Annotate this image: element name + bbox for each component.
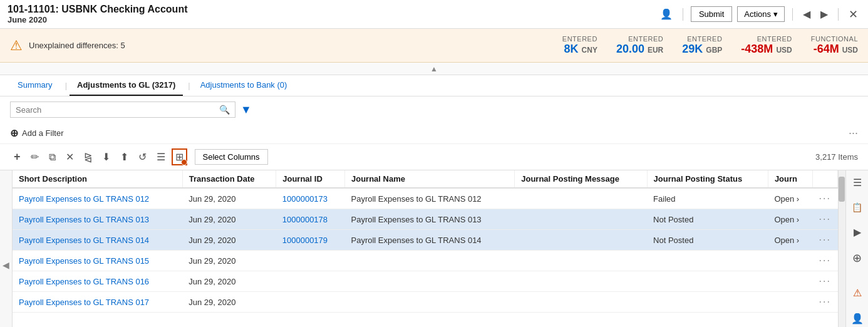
grid-indicator [181, 159, 187, 165]
user-profile-button[interactable]: 👤 [658, 7, 675, 21]
cell-desc[interactable]: Payroll Expenses to GL TRANS 012 [13, 188, 182, 209]
tabs: Summary | Adjustments to GL (3217) | Adj… [0, 75, 868, 96]
page-subtitle: June 2020 [8, 15, 188, 24]
main-table: Short Description Transaction Date Journ… [13, 170, 838, 313]
table-body: Payroll Expenses to GL TRANS 012Jun 29, … [13, 188, 838, 313]
cell-row-menu[interactable]: ··· [813, 188, 838, 209]
table-row: Payroll Expenses to GL TRANS 016Jun 29, … [13, 271, 838, 292]
stat-usd-entered-label: ENTERED [741, 35, 792, 43]
separator-2 [792, 8, 793, 21]
cell-posting-status: Not Posted [647, 230, 768, 251]
export-button[interactable]: ⬆ [116, 148, 132, 165]
cell-date: Jun 29, 2020 [182, 271, 276, 292]
col-journal-posting-status: Journal Posting Status [647, 170, 768, 188]
warning-text: Unexplained differences: 5 [29, 41, 125, 50]
cell-posting-status [647, 251, 768, 271]
tab-adjustments-bank[interactable]: Adjustments to Bank (0) [193, 75, 295, 96]
cell-journal-id[interactable]: 1000000178 [276, 209, 345, 230]
cell-desc[interactable]: Payroll Expenses to GL TRANS 016 [13, 271, 182, 292]
sidebar-alert-button[interactable]: ⚠ [849, 284, 866, 301]
stat-gbp: ENTERED 29K GBP [682, 35, 722, 56]
table-row: Payroll Expenses to GL TRANS 015Jun 29, … [13, 251, 838, 271]
filter-icon[interactable]: ▼ [240, 103, 252, 117]
col-transaction-date: Transaction Date [182, 170, 276, 188]
submit-button[interactable]: Submit [691, 6, 732, 22]
cell-desc[interactable]: Payroll Expenses to GL TRANS 015 [13, 251, 182, 271]
cell-row-menu[interactable]: ··· [813, 292, 838, 313]
cell-row-menu[interactable]: ··· [813, 209, 838, 230]
edit-button[interactable]: ✏ [27, 148, 43, 165]
stat-cny-label: ENTERED [562, 35, 597, 43]
grid-view-button[interactable]: ⊞ [172, 148, 187, 165]
match-button[interactable]: ⧎ [80, 148, 96, 165]
cell-journal-name: Payroll Expenses to GL TRANS 012 [345, 188, 515, 209]
cell-journal-name: Payroll Expenses to GL TRANS 014 [345, 230, 515, 251]
tab-adjustments-gl[interactable]: Adjustments to GL (3217) [70, 75, 183, 96]
stat-cny: ENTERED 8K CNY [562, 35, 597, 56]
cell-row-menu[interactable]: ··· [813, 271, 838, 292]
collapse-bar[interactable]: ▲ [0, 63, 868, 75]
left-collapse-panel[interactable]: ◀ [0, 170, 13, 327]
cell-journal-id[interactable]: 1000000173 [276, 188, 345, 209]
header-right: 👤 Submit Actions ▾ ◀ ▶ ✕ [658, 6, 860, 23]
cell-journal-id [276, 271, 345, 292]
select-columns-button[interactable]: Select Columns [195, 149, 268, 165]
cell-journal-id[interactable]: 1000000179 [276, 230, 345, 251]
close-button[interactable]: ✕ [846, 6, 860, 23]
match-icon: ⧎ [84, 151, 92, 163]
copy-icon: ⧉ [49, 152, 56, 163]
import-button[interactable]: ⬇ [98, 148, 114, 165]
stat-gbp-label: ENTERED [682, 35, 722, 43]
delete-button[interactable]: ✕ [62, 148, 78, 165]
cell-posting-status: Failed [647, 188, 768, 209]
actions-chevron-icon: ▾ [773, 9, 778, 19]
cell-desc[interactable]: Payroll Expenses to GL TRANS 013 [13, 209, 182, 230]
actions-label: Actions [744, 9, 771, 19]
sidebar-user-button[interactable]: 👤 [849, 310, 866, 327]
table-header-row: Short Description Transaction Date Journ… [13, 170, 838, 188]
cell-journ: Open › [768, 188, 812, 209]
sidebar-play-button[interactable]: ▶ [849, 224, 866, 241]
warning-stats: ENTERED 8K CNY ENTERED 20.00 EUR ENTERED… [562, 35, 858, 56]
copy-button[interactable]: ⧉ [45, 149, 59, 165]
refresh-button[interactable]: ↺ [135, 148, 150, 165]
sidebar-hierarchy-button[interactable]: ⊕ [849, 249, 866, 267]
prev-button[interactable]: ◀ [800, 7, 813, 21]
cell-date: Jun 29, 2020 [182, 209, 276, 230]
search-input-wrap: 🔍 [10, 101, 235, 118]
stat-usd-functional: FUNCTIONAL -64M USD [811, 35, 858, 56]
right-sidebar: ☰ 📋 ▶ ⊕ ⚠ 👤 ? 📎 💬 [845, 170, 868, 327]
cell-desc[interactable]: Payroll Expenses to GL TRANS 017 [13, 292, 182, 313]
cell-journal-name [345, 271, 515, 292]
add-button[interactable]: + [10, 148, 24, 166]
cell-row-menu[interactable]: ··· [813, 251, 838, 271]
scroll-indicator[interactable] [838, 170, 845, 327]
cell-journal-id [276, 251, 345, 271]
more-options-icon[interactable]: ··· [849, 127, 858, 140]
add-filter-button[interactable]: ⊕ Add a Filter [10, 127, 63, 139]
cell-journal-id [276, 292, 345, 313]
view-button[interactable]: ☰ [153, 148, 169, 165]
tab-summary[interactable]: Summary [10, 75, 60, 96]
cell-journ: Open › [768, 209, 812, 230]
import-icon: ⬇ [102, 151, 110, 163]
stat-gbp-value: 29K GBP [682, 43, 722, 56]
sidebar-report-button[interactable]: 📋 [849, 200, 866, 215]
cell-desc[interactable]: Payroll Expenses to GL TRANS 014 [13, 230, 182, 251]
warning-icon: ⚠ [10, 38, 23, 54]
cell-row-menu[interactable]: ··· [813, 230, 838, 251]
next-button[interactable]: ▶ [818, 7, 830, 21]
stat-eur: ENTERED 20.00 EUR [616, 35, 663, 56]
actions-button[interactable]: Actions ▾ [737, 6, 785, 22]
view-icon: ☰ [157, 151, 165, 163]
separator-3 [838, 8, 839, 21]
cell-journal-name: Payroll Expenses to GL TRANS 013 [345, 209, 515, 230]
search-input[interactable] [16, 105, 219, 115]
col-journal-posting-message: Journal Posting Message [515, 170, 647, 188]
warning-banner: ⚠ Unexplained differences: 5 ENTERED 8K … [0, 29, 868, 63]
col-journ: Journ [768, 170, 812, 188]
sidebar-list-button[interactable]: ☰ [849, 174, 866, 191]
page-title: 101-11101: USBNK Checking Account [8, 4, 188, 15]
search-icon: 🔍 [219, 105, 230, 115]
table-wrap: Short Description Transaction Date Journ… [13, 170, 838, 327]
